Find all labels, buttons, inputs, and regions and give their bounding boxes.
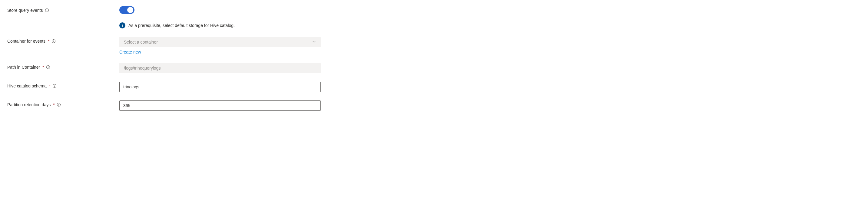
svg-point-8 [48,66,48,67]
svg-point-14 [58,104,59,104]
notice-text: As a prerequisite, select default storag… [128,23,235,28]
container-for-events-label: Container for events * [7,37,119,43]
partition-retention-days-input[interactable] [119,100,321,111]
container-select[interactable]: Select a container [119,37,321,47]
partition-retention-days-label: Partition retention days * [7,100,119,107]
hive-catalog-schema-label: Hive catalog schema * [7,82,119,88]
label-text: Path in Container [7,65,40,70]
create-new-link[interactable]: Create new [119,50,321,55]
prerequisite-notice: i As a prerequisite, select default stor… [119,22,321,28]
info-icon[interactable] [46,65,50,69]
path-in-container-input[interactable]: /logs/trinoquerylogs [119,63,321,73]
store-query-events-toggle[interactable] [119,6,134,14]
svg-point-11 [55,85,55,85]
required-indicator: * [42,65,44,70]
input-placeholder: /logs/trinoquerylogs [124,66,160,70]
store-query-events-label: Store query events [7,6,119,13]
label-text: Store query events [7,8,43,13]
select-placeholder: Select a container [124,40,158,44]
info-badge-icon: i [119,22,125,28]
required-indicator: * [48,39,50,43]
required-indicator: * [49,84,51,88]
chevron-down-icon [312,40,316,45]
info-icon[interactable] [45,8,49,12]
info-icon[interactable] [57,103,61,107]
label-text: Partition retention days [7,102,51,107]
required-indicator: * [53,102,55,107]
label-text: Container for events [7,39,45,43]
label-text: Hive catalog schema [7,84,46,88]
hive-catalog-schema-input[interactable] [119,82,321,92]
path-in-container-label: Path in Container * [7,63,119,70]
svg-point-5 [53,40,54,40]
info-icon[interactable] [52,39,56,43]
info-icon[interactable] [52,84,57,88]
svg-point-2 [46,9,47,10]
